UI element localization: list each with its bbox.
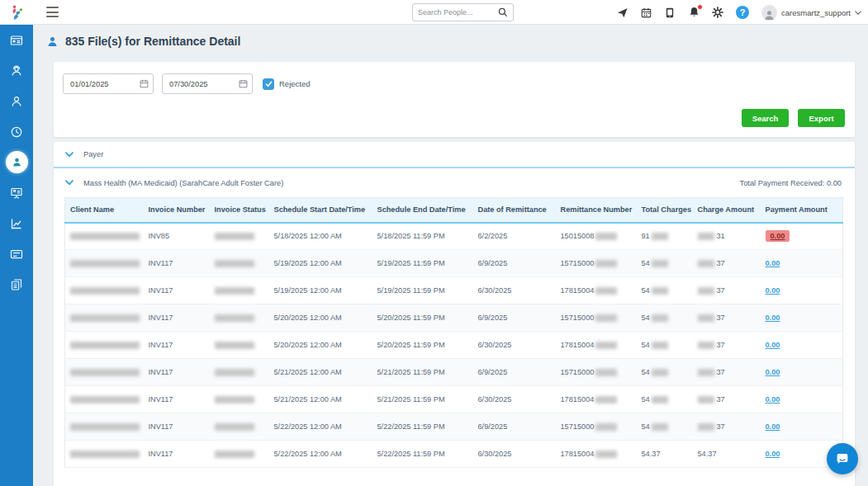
payment-amount-link[interactable]: 0.00 — [766, 368, 780, 376]
remittance-table: Client NameInvoice NumberInvoice StatusS… — [64, 197, 843, 468]
date-of-remittance-cell: 6/9/2025 — [473, 304, 556, 332]
remittance-number-cell: 17815004 — [556, 386, 637, 413]
redacted-text — [652, 423, 668, 431]
redacted-text — [70, 260, 140, 267]
export-button[interactable]: Export — [798, 109, 845, 127]
schedule-end-cell: 5/19/2025 11:59 PM — [372, 250, 473, 277]
remittance-number-cell: 17815004 — [556, 277, 637, 304]
redacted-text — [698, 287, 714, 295]
column-header: Charge Amount — [693, 198, 761, 223]
payment-amount-link[interactable]: 0.00 — [766, 259, 780, 267]
table-row: INV1175/20/2025 12:00 AM5/20/2025 11:59 … — [65, 332, 843, 359]
payment-amount-cell: 0.00 — [761, 359, 843, 386]
presentation-icon — [10, 186, 23, 200]
notification-badge — [697, 4, 703, 10]
redacted-text — [215, 451, 254, 458]
payment-amount-link[interactable]: 0.00 — [766, 286, 780, 295]
invoice-number-cell: INV117 — [144, 386, 210, 413]
redacted-text — [215, 396, 254, 403]
schedule-end-cell: 5/21/2025 11:59 PM — [372, 386, 473, 413]
page-title: 835 File(s) for Remittance Detail — [65, 35, 240, 48]
rejected-checkbox[interactable] — [263, 78, 274, 90]
total-charges-cell: 54 — [637, 277, 693, 304]
calendar-icon[interactable] — [239, 79, 248, 88]
total-charges-cell: 54 — [637, 304, 693, 332]
payment-amount-cell: 0.00 — [761, 386, 843, 413]
payer-section: Payer Mass Health (MA Medicaid) (SarahCa… — [54, 142, 855, 486]
sidebar-item-dashboard[interactable] — [0, 25, 33, 55]
client-name-cell — [65, 413, 144, 441]
payment-amount-cell: 0.00 — [761, 277, 843, 304]
redacted-text — [698, 342, 714, 349]
payer-group-label: Mass Health (MA Medicaid) (SarahCare Adu… — [83, 179, 283, 187]
search-button[interactable]: Search — [742, 109, 789, 127]
search-icon[interactable] — [498, 7, 508, 17]
date-of-remittance-cell: 6/30/2025 — [473, 277, 556, 304]
payment-amount-link[interactable]: 0.00 — [766, 341, 780, 349]
redacted-text — [595, 396, 617, 403]
chat-widget-button[interactable] — [827, 443, 858, 474]
schedule-start-cell: 5/22/2025 12:00 AM — [269, 441, 372, 468]
menu-toggle-icon[interactable] — [46, 7, 59, 17]
payer-group-header[interactable]: Mass Health (MA Medicaid) (SarahCare Adu… — [54, 168, 855, 197]
remittance-table-wrap: Client NameInvoice NumberInvoice StatusS… — [64, 197, 842, 468]
send-icon[interactable] — [616, 7, 628, 18]
calendar-icon[interactable] — [640, 7, 652, 18]
payer-label: Payer — [83, 150, 103, 158]
mobile-icon[interactable] — [664, 7, 676, 18]
documents-icon — [10, 278, 23, 291]
date-of-remittance-cell: 6/30/2025 — [473, 386, 556, 413]
redacted-text — [652, 342, 668, 349]
sidebar-item-reports[interactable] — [0, 208, 33, 238]
user-menu[interactable]: caresmartz_support — [761, 5, 861, 21]
chevron-down-icon — [855, 11, 861, 15]
column-header: Schedule End Date/Time — [372, 198, 473, 223]
chart-icon — [10, 217, 23, 230]
sidebar-item-clients[interactable] — [0, 86, 33, 116]
payment-amount-link[interactable]: 0.00 — [766, 230, 790, 242]
client-name-cell — [65, 304, 144, 332]
help-icon[interactable]: ? — [736, 6, 749, 19]
chevron-down-icon[interactable] — [65, 180, 74, 186]
remittance-number-cell: 17815004 — [556, 332, 637, 359]
sidebar-item-documents[interactable] — [0, 269, 33, 300]
caregiver-icon — [10, 64, 23, 78]
username: caresmartz_support — [781, 8, 851, 17]
table-row: INV1175/19/2025 12:00 AM5/19/2025 11:59 … — [65, 250, 843, 277]
notifications-icon[interactable] — [688, 7, 700, 18]
invoice-status-cell — [210, 277, 269, 304]
sidebar-item-caregivers[interactable] — [0, 55, 33, 86]
sidebar-item-scheduling[interactable] — [0, 116, 33, 147]
sidebar-item-payroll[interactable] — [0, 238, 33, 269]
rejected-filter[interactable]: Rejected — [263, 78, 311, 90]
redacted-text — [652, 369, 668, 376]
table-header-row: Client NameInvoice NumberInvoice StatusS… — [65, 198, 843, 223]
payment-amount-link[interactable]: 0.00 — [766, 422, 780, 431]
topbar-actions: ? caresmartz_support — [616, 0, 861, 25]
payment-amount-link[interactable]: 0.00 — [766, 314, 780, 322]
redacted-text — [652, 233, 668, 240]
payment-amount-link[interactable]: 0.00 — [766, 395, 780, 403]
search-input[interactable] — [418, 8, 498, 17]
table-row: INV1175/19/2025 12:00 AM5/19/2025 11:59 … — [65, 277, 843, 304]
total-charges-cell: 54 — [637, 386, 693, 413]
calendar-icon[interactable] — [140, 79, 149, 88]
redacted-text — [595, 451, 617, 458]
date-filters: Rejected — [63, 73, 311, 94]
redacted-text — [70, 287, 140, 295]
chevron-down-icon[interactable] — [65, 152, 74, 158]
sidebar-item-training[interactable] — [0, 177, 33, 208]
redacted-text — [70, 396, 140, 403]
settings-icon[interactable] — [712, 7, 723, 18]
payer-header[interactable]: Payer — [54, 142, 855, 167]
redacted-text — [652, 260, 668, 267]
remittance-number-cell: 15715000 — [556, 359, 637, 386]
sidebar-item-billing[interactable] — [0, 147, 33, 177]
invoice-status-cell — [210, 386, 269, 413]
schedule-end-cell: 5/22/2025 11:59 PM — [372, 441, 473, 468]
invoice-number-cell: INV117 — [144, 359, 210, 386]
redacted-text — [70, 423, 140, 431]
redacted-text — [215, 287, 254, 295]
table-row: INV1175/21/2025 12:00 AM5/21/2025 11:59 … — [65, 359, 843, 386]
payment-amount-link[interactable]: 0.00 — [766, 450, 780, 458]
